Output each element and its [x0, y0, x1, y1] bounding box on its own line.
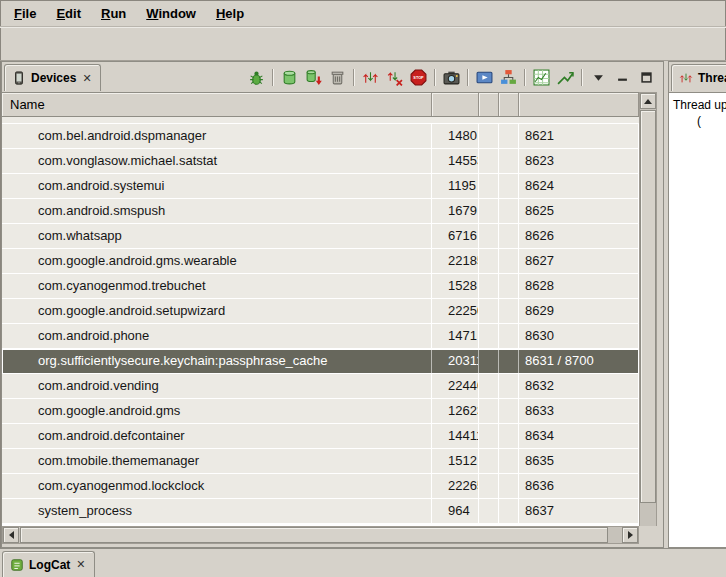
- cell-e2: [499, 199, 519, 223]
- scrollbar-corner: [639, 526, 657, 544]
- cell-name: com.google.android.gms: [2, 399, 432, 423]
- menu-file[interactable]: File: [4, 2, 46, 25]
- cell-pid: 12623: [432, 399, 479, 423]
- cell-name: com.bel.android.dspmanager: [2, 124, 432, 148]
- devices-toolbar: STOP: [246, 65, 657, 89]
- menu-edit[interactable]: Edit: [46, 2, 91, 25]
- cell-e2: [499, 224, 519, 248]
- tab-devices-label: Devices: [31, 71, 76, 85]
- table-row[interactable]: com.android.phone14718630: [2, 324, 639, 349]
- table-row[interactable]: com.android.systemui11958624: [2, 174, 639, 199]
- cell-e1: [479, 349, 499, 373]
- toolbar-separator: [467, 69, 469, 86]
- table-row[interactable]: com.cyanogenmod.lockclock222658636: [2, 474, 639, 499]
- cell-e2: [499, 474, 519, 498]
- cell-port: 8630: [519, 324, 639, 348]
- cell-name: com.cyanogenmod.trebuchet: [2, 274, 432, 298]
- cell-e1: [479, 199, 499, 223]
- tab-threads-label: Threads: [698, 71, 726, 85]
- screen-record-icon[interactable]: [474, 67, 495, 88]
- close-logcat-tab-icon[interactable]: ✕: [75, 558, 86, 571]
- tab-devices[interactable]: Devices ✕: [4, 64, 101, 91]
- cell-e2: [499, 499, 519, 523]
- table-row[interactable]: com.google.android.gms126238633: [2, 399, 639, 424]
- scroll-up-button[interactable]: [640, 93, 656, 109]
- table-row[interactable]: system_process9648637: [2, 499, 639, 524]
- menu-run[interactable]: Run: [91, 2, 136, 25]
- debug-process-icon[interactable]: [246, 67, 267, 88]
- column-header-name[interactable]: Name: [2, 93, 432, 116]
- toolbar-separator: [353, 69, 355, 86]
- table-header: Name: [2, 92, 639, 117]
- cell-port: 8634: [519, 424, 639, 448]
- cell-e1: [479, 124, 499, 148]
- cell-pid: 1195: [432, 174, 479, 198]
- devices-panel: Devices ✕: [1, 61, 664, 548]
- allocation-chart-icon[interactable]: [555, 67, 576, 88]
- threads-content: Thread up (: [669, 92, 726, 547]
- cell-e2: [499, 424, 519, 448]
- cell-e1: [479, 299, 499, 323]
- table-row[interactable]: com.google.android.gms.wearable221858627: [2, 249, 639, 274]
- scroll-right-button[interactable]: [622, 527, 638, 543]
- start-method-profiling-icon[interactable]: [384, 67, 405, 88]
- cell-e1: [479, 499, 499, 523]
- cell-port: 8636: [519, 474, 639, 498]
- toolbar-separator: [272, 69, 274, 86]
- cell-pid: 1512: [432, 449, 479, 473]
- cell-name: com.google.android.setupwizard: [2, 299, 432, 323]
- cell-name: com.cyanogenmod.lockclock: [2, 474, 432, 498]
- vertical-scrollbar[interactable]: [639, 92, 657, 544]
- heap-grid-icon[interactable]: [531, 67, 552, 88]
- table-row[interactable]: com.vonglasow.michael.satstat145538623: [2, 149, 639, 174]
- column-header-empty-1[interactable]: [479, 93, 499, 116]
- horizontal-scrollbar[interactable]: [2, 526, 639, 544]
- scroll-left-button[interactable]: [3, 527, 19, 543]
- cell-port: 8625: [519, 199, 639, 223]
- capture-view-hierarchy-icon[interactable]: [498, 67, 519, 88]
- cell-e1: [479, 149, 499, 173]
- menu-bar: FileEditRunWindowHelp: [0, 0, 726, 27]
- view-menu-icon[interactable]: [588, 67, 609, 88]
- tab-logcat[interactable]: LogCat ✕: [2, 551, 95, 577]
- stop-process-icon[interactable]: STOP: [408, 67, 429, 88]
- toolbar-separator: [524, 69, 526, 86]
- table-row[interactable]: com.android.smspush16798625: [2, 199, 639, 224]
- table-row[interactable]: com.cyanogenmod.trebuchet15288628: [2, 274, 639, 299]
- table-row[interactable]: com.android.defcontainer144118634: [2, 424, 639, 449]
- cell-pid: 14411: [432, 424, 479, 448]
- column-header-empty-2[interactable]: [499, 93, 519, 116]
- update-threads-icon[interactable]: [360, 67, 381, 88]
- vertical-scroll-thumb[interactable]: [640, 110, 656, 503]
- close-devices-tab-icon[interactable]: ✕: [81, 72, 92, 85]
- table-row[interactable]: com.bel.android.dspmanager14808621: [2, 124, 639, 149]
- table-row[interactable]: com.tmobile.thememanager15128635: [2, 449, 639, 474]
- minimize-icon[interactable]: [612, 67, 633, 88]
- maximize-icon[interactable]: [636, 67, 657, 88]
- cell-name: com.android.defcontainer: [2, 424, 432, 448]
- table-row[interactable]: com.android.vending224408632: [2, 374, 639, 399]
- logcat-icon: [10, 558, 24, 572]
- column-header-pid[interactable]: [432, 93, 479, 116]
- cell-e1: [479, 474, 499, 498]
- column-header-port[interactable]: [519, 93, 639, 116]
- cell-port: 8631 / 8700: [519, 349, 639, 373]
- cell-port: 8621: [519, 124, 639, 148]
- cause-gc-icon[interactable]: [327, 67, 348, 88]
- horizontal-scroll-thumb[interactable]: [20, 527, 608, 543]
- table-row[interactable]: com.whatsapp67168626: [2, 224, 639, 249]
- dump-hprof-icon[interactable]: [303, 67, 324, 88]
- tab-threads[interactable]: Threads: [671, 64, 726, 91]
- menu-window[interactable]: Window: [136, 2, 206, 25]
- table-row[interactable]: com.google.android.setupwizard222508629: [2, 299, 639, 324]
- cell-name: com.whatsapp: [2, 224, 432, 248]
- threads-panel: Threads Thread up (: [668, 61, 726, 548]
- cell-pid: 22250: [432, 299, 479, 323]
- ddms-window: FileEditRunWindowHelp Devices ✕: [0, 0, 726, 577]
- menu-help[interactable]: Help: [206, 2, 254, 25]
- cell-e1: [479, 449, 499, 473]
- screen-capture-icon[interactable]: [441, 67, 462, 88]
- update-heap-icon[interactable]: [279, 67, 300, 88]
- left-arrow-icon: [9, 531, 14, 539]
- table-row-selected[interactable]: org.sufficientlysecure.keychain:passphra…: [2, 349, 639, 374]
